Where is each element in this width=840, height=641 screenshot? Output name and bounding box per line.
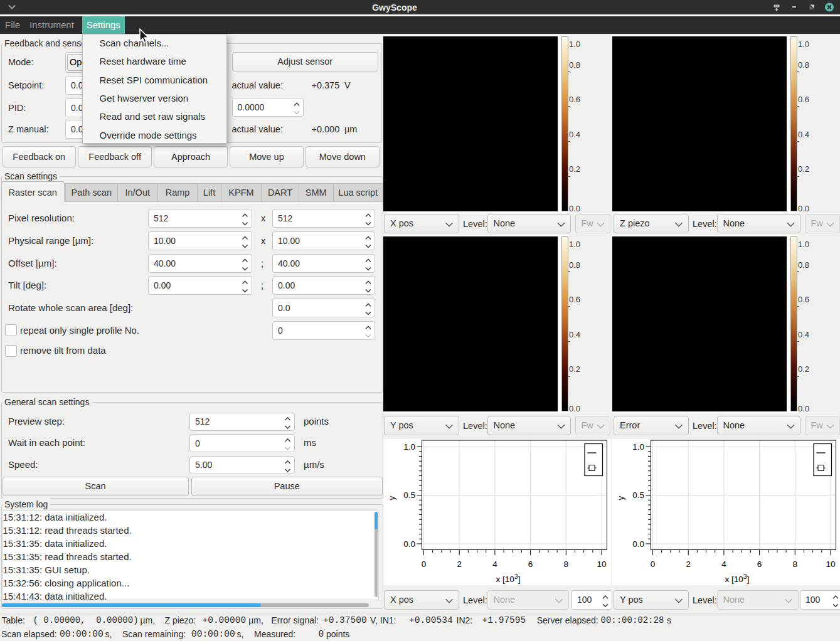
- svg-text:10: 10: [597, 559, 606, 569]
- svg-text:1.0: 1.0: [403, 442, 415, 452]
- svg-text:y: y: [616, 495, 625, 500]
- svg-text:0.0: 0.0: [403, 539, 415, 549]
- svg-text:8: 8: [564, 559, 569, 569]
- svg-text:6: 6: [528, 559, 533, 569]
- svg-text:4: 4: [492, 559, 497, 569]
- svg-text:1.0: 1.0: [632, 442, 644, 452]
- svg-text:4: 4: [721, 559, 726, 569]
- svg-text:2: 2: [686, 559, 691, 569]
- svg-text:x [103]: x [103]: [496, 573, 521, 584]
- svg-text:0.5: 0.5: [403, 490, 415, 500]
- svg-text:0.5: 0.5: [632, 490, 644, 500]
- svg-text:0: 0: [651, 559, 656, 569]
- svg-text:x [103]: x [103]: [725, 573, 750, 584]
- svg-text:0.0: 0.0: [632, 539, 644, 549]
- svg-text:2: 2: [457, 559, 462, 569]
- svg-text:8: 8: [793, 559, 798, 569]
- svg-text:10: 10: [826, 559, 835, 569]
- svg-text:0: 0: [422, 559, 427, 569]
- svg-text:6: 6: [757, 559, 762, 569]
- svg-text:y: y: [387, 495, 396, 500]
